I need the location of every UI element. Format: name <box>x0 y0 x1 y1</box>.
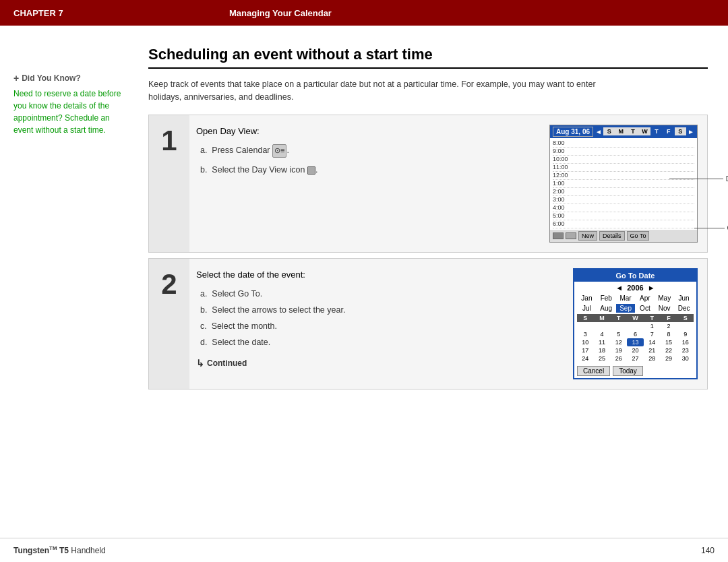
cal-small-btn1[interactable] <box>553 232 564 239</box>
day-24[interactable]: 24 <box>577 354 594 363</box>
time-1000: 10:00 <box>553 156 694 164</box>
month-sep[interactable]: Sep <box>616 304 636 313</box>
continued-label: ↳ Continued <box>196 356 559 371</box>
annotation-dayview: Day View icon <box>669 175 728 183</box>
month-feb[interactable]: Feb <box>597 294 616 303</box>
day-4[interactable]: 4 <box>594 330 611 338</box>
day-10[interactable]: 10 <box>577 338 594 346</box>
month-jun[interactable]: Jun <box>674 294 694 303</box>
day-1[interactable]: 1 <box>644 322 661 330</box>
month-oct[interactable]: Oct <box>635 304 655 313</box>
day-s: S <box>603 127 615 135</box>
month-mar[interactable]: Mar <box>616 294 636 303</box>
day-18[interactable]: 18 <box>594 346 611 354</box>
cal-date: Aug 31, 06 <box>553 127 593 137</box>
footer-brand: TungstenTM T5 Handheld <box>13 545 106 555</box>
day-9[interactable]: 9 <box>677 330 694 338</box>
day-21[interactable]: 21 <box>644 346 661 354</box>
day-15[interactable]: 15 <box>661 338 677 346</box>
goto-widget: Go To Date ◄ 2006 ► Jan Feb Mar Apr <box>573 268 698 379</box>
goto-button-widget[interactable]: Go To <box>627 231 650 241</box>
day-26[interactable]: 26 <box>610 354 627 363</box>
step-1b: b. Select the Day View icon . <box>200 163 536 177</box>
step-1-image-area: Aug 31, 06 ◄ S M T W T F <box>549 125 698 243</box>
goto-months-row1: Jan Feb Mar Apr May Jun <box>574 294 696 304</box>
day-14[interactable]: 14 <box>644 338 661 346</box>
day-20[interactable]: 20 <box>627 346 644 354</box>
day-12[interactable]: 12 <box>610 338 627 346</box>
time-rows: 8:00 9:00 10:00 11:00 12:00 1:00 2:00 3:… <box>550 138 697 230</box>
content-area: + Did You Know? Need to reserve a date b… <box>0 26 728 538</box>
goto-footer: Cancel Today <box>574 364 696 378</box>
day-8[interactable]: 8 <box>661 330 677 338</box>
col-m: M <box>594 314 611 322</box>
day-16[interactable]: 16 <box>677 338 694 346</box>
cal-right-arrow[interactable]: ► <box>688 128 694 135</box>
goto-next-year[interactable]: ► <box>648 284 655 292</box>
step-1: 1 Open Day View: a. Press Calendar ⊙≡. b… <box>148 115 708 253</box>
step-1-content: Open Day View: a. Press Calendar ⊙≡. b. … <box>189 115 707 252</box>
time-500: 5:00 <box>553 212 694 220</box>
goto-prev-year[interactable]: ◄ <box>615 284 623 292</box>
goto-year: 2006 <box>627 284 643 292</box>
day-17[interactable]: 17 <box>577 346 594 354</box>
day-22[interactable]: 22 <box>661 346 677 354</box>
day-6[interactable]: 6 <box>627 330 644 338</box>
day-empty5 <box>677 322 694 330</box>
header-title: Managing Your Calendar <box>229 8 332 18</box>
day-13[interactable]: 13 <box>627 338 644 346</box>
step-2-heading: Select the date of the event: <box>196 268 559 282</box>
plus-icon: + <box>13 73 19 84</box>
header-chapter: CHAPTER 7 <box>13 8 229 18</box>
step-2: 2 Select the date of the event: a. Selec… <box>148 258 708 389</box>
time-200: 2:00 <box>553 188 694 196</box>
step-2-text: Select the date of the event: a. Select … <box>196 268 559 379</box>
cal-left-arrow[interactable]: ◄ <box>595 128 602 135</box>
day-30[interactable]: 30 <box>677 354 694 363</box>
new-button[interactable]: New <box>578 231 597 241</box>
goto-months-row2: Jul Aug Sep Oct Nov Dec <box>574 304 696 314</box>
month-aug[interactable]: Aug <box>597 304 616 313</box>
cancel-button[interactable]: Cancel <box>577 366 610 376</box>
month-nov[interactable]: Nov <box>655 304 674 313</box>
footer: TungstenTM T5 Handheld 140 <box>0 538 728 562</box>
day-23[interactable]: 23 <box>677 346 694 354</box>
step-2b: b. Select the arrows to select the year. <box>200 303 559 317</box>
day-19[interactable]: 19 <box>610 346 627 354</box>
details-button[interactable]: Details <box>599 231 625 241</box>
cal-widget-step1: Aug 31, 06 ◄ S M T W T F <box>549 125 698 243</box>
steps-container: 1 Open Day View: a. Press Calendar ⊙≡. b… <box>148 115 708 389</box>
goto-year-row: ◄ 2006 ► <box>574 282 696 294</box>
month-jul[interactable]: Jul <box>577 304 597 313</box>
day-empty4 <box>627 322 644 330</box>
day-3[interactable]: 3 <box>577 330 594 338</box>
time-800: 8:00 <box>553 139 694 148</box>
day-29[interactable]: 29 <box>661 354 677 363</box>
step-1-text: Open Day View: a. Press Calendar ⊙≡. b. … <box>196 125 536 243</box>
month-jan[interactable]: Jan <box>577 294 597 303</box>
month-may[interactable]: May <box>655 294 674 303</box>
day-25[interactable]: 25 <box>594 354 611 363</box>
today-button[interactable]: Today <box>613 366 643 376</box>
day-28[interactable]: 28 <box>644 354 661 363</box>
time-600: 6:00 <box>553 220 694 228</box>
day-11[interactable]: 11 <box>594 338 611 346</box>
col-s: S <box>577 314 594 322</box>
cal-small-btn2[interactable] <box>566 232 576 239</box>
month-dec[interactable]: Dec <box>674 304 694 313</box>
step-1-number: 1 <box>149 115 189 252</box>
cal-grid-header: S M T W T F S <box>577 314 694 322</box>
time-1100: 11:00 <box>553 164 694 172</box>
day-2[interactable]: 2 <box>661 322 677 330</box>
footer-page-number: 140 <box>701 546 715 555</box>
main-content: Scheduling an event without a start time… <box>135 39 728 538</box>
day-empty1 <box>577 322 594 330</box>
day-7[interactable]: 7 <box>644 330 661 338</box>
header: CHAPTER 7 Managing Your Calendar <box>0 0 728 26</box>
day-27[interactable]: 27 <box>627 354 644 363</box>
step-2-number: 2 <box>149 259 189 389</box>
month-apr[interactable]: Apr <box>635 294 655 303</box>
cal-footer-bar: New Details Go To <box>550 230 697 242</box>
day-5[interactable]: 5 <box>610 330 627 338</box>
col-f: F <box>661 314 677 322</box>
